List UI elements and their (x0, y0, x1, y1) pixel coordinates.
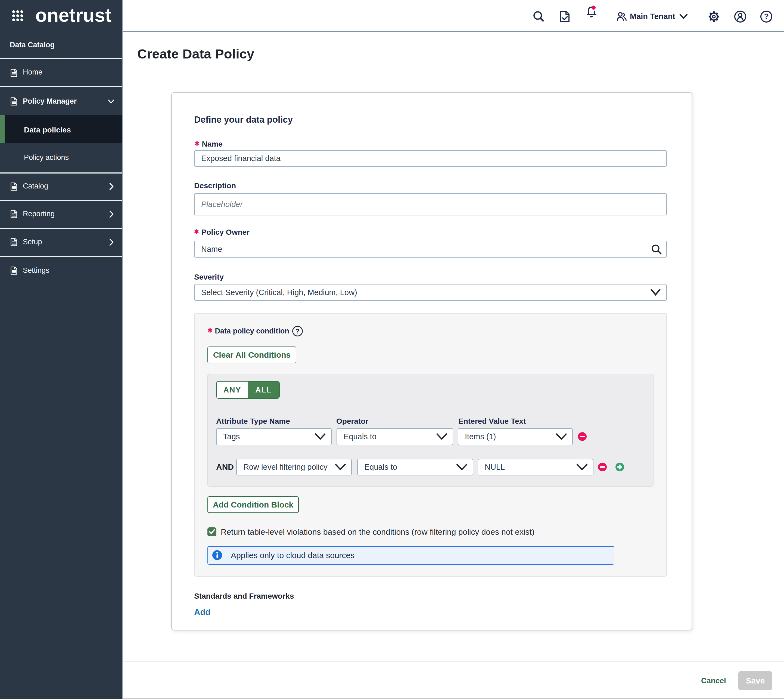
svg-text:?: ? (764, 12, 769, 21)
svg-text:?: ? (296, 328, 299, 335)
